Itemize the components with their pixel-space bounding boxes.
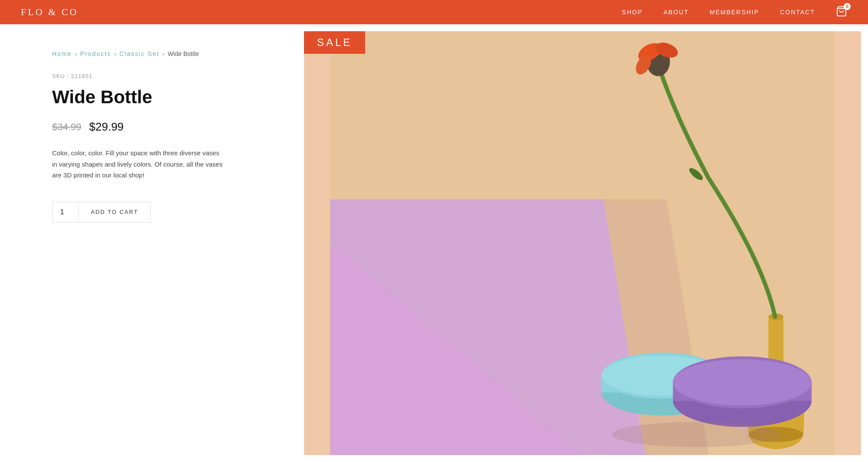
quantity-input[interactable]: [52, 202, 78, 223]
product-sku: SKU : 211851: [52, 73, 269, 79]
sale-badge: SALE: [304, 31, 365, 54]
add-to-cart-button[interactable]: ADD TO CART: [79, 202, 151, 223]
product-image-panel: SALE: [304, 24, 868, 462]
nav-membership[interactable]: MEMBERSHIP: [710, 9, 759, 16]
breadcrumb-current: Wide Bottle: [168, 50, 199, 57]
breadcrumb: Home » Products » Classic Set » Wide Bot…: [52, 50, 269, 57]
price-row: $34.99 $29.99: [52, 120, 269, 134]
svg-point-31: [612, 422, 780, 447]
product-image-container: SALE: [304, 31, 861, 455]
main-nav: SHOP ABOUT MEMBERSHIP CONTACT 0: [622, 6, 847, 19]
svg-point-30: [673, 359, 812, 406]
product-title: Wide Bottle: [52, 86, 269, 108]
product-image: [304, 31, 861, 455]
breadcrumb-sep-3: »: [162, 51, 165, 57]
nav-about[interactable]: ABOUT: [663, 9, 689, 16]
site-logo: FLO & CO: [21, 7, 78, 18]
breadcrumb-sep-1: »: [74, 51, 77, 57]
add-to-cart-row: ADD TO CART: [52, 202, 269, 223]
nav-contact[interactable]: CONTACT: [780, 9, 815, 16]
sale-price: $29.99: [89, 120, 124, 134]
product-description: Color, color, color. Fill your space wit…: [52, 147, 226, 181]
breadcrumb-products[interactable]: Products: [80, 50, 111, 57]
cart-count: 0: [844, 3, 851, 10]
site-header: FLO & CO SHOP ABOUT MEMBERSHIP CONTACT 0: [0, 0, 868, 24]
breadcrumb-category[interactable]: Classic Set: [119, 50, 159, 57]
breadcrumb-sep-2: »: [114, 51, 117, 57]
original-price: $34.99: [52, 121, 81, 133]
page-layout: Home » Products » Classic Set » Wide Bot…: [0, 24, 868, 462]
nav-shop[interactable]: SHOP: [622, 9, 643, 16]
cart-button[interactable]: 0: [836, 6, 847, 19]
product-details-panel: Home » Products » Classic Set » Wide Bot…: [0, 24, 304, 462]
breadcrumb-home[interactable]: Home: [52, 50, 72, 57]
